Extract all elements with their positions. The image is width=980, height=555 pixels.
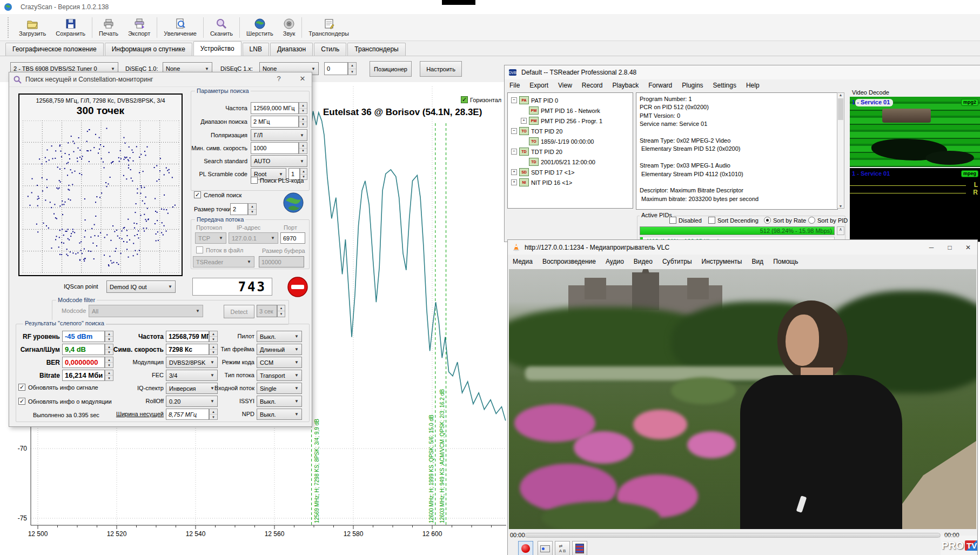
pid-list-scroll-up[interactable]: ∧ [837,226,844,235]
vlc-menu-2[interactable]: Аудио [601,258,629,265]
tree-item-0[interactable]: −PAPAT PID 0 [509,95,632,105]
update-signal-info-checkbox[interactable]: ✓ [18,384,25,391]
seek-slider[interactable] [525,533,941,538]
tree-item-1[interactable]: PMPMT PID 16 - Network [509,105,632,116]
tree-item-3[interactable]: −TOTOT PID 20 [509,126,632,136]
tree-item-7[interactable]: +SDSDT PID 17 <1> [509,167,632,177]
param-input-0[interactable]: 12569,000 МГц [251,102,299,114]
sort-descending-checkbox-row[interactable]: Sort Decending [708,217,759,224]
disabled-checkbox-row[interactable]: Disabled [669,217,702,224]
dialog-close-button[interactable]: ✕ [296,75,310,83]
detect-button[interactable]: Detect [224,305,254,318]
param-select-4[interactable]: AUTO▼ [251,155,307,167]
result3-select-6[interactable]: Выкл.▼ [257,409,302,420]
dialog-titlebar[interactable]: Поиск несущей и Constellation-мониторинг… [9,72,312,87]
vlc-menu-6[interactable]: Вид [747,258,768,265]
result1-value-2[interactable]: 0,0000000 [62,357,105,368]
vlc-titlebar[interactable]: http://127.0.0.1:1234 - Медиапроигрывате… [508,240,977,255]
info-scrollbar[interactable]: ▲ ▼ [837,92,844,209]
update-modulation-info-row[interactable]: ✓ Обновлять инфо о модуляции [18,398,112,405]
tsreader-menu-export[interactable]: Export [525,82,553,89]
result3-select-3[interactable]: Transport▼ [257,370,302,381]
video2-service-overlay: 1 - Service 01 [852,170,890,177]
result3-select-2[interactable]: CCM▼ [257,357,302,368]
param-stepper-1[interactable]: ▲▼ [299,116,307,128]
vlc-menu-1[interactable]: Воспроизведение [538,258,601,265]
sort-by-rate-radio-row[interactable]: Sort by Rate [764,217,806,224]
snapshot-button[interactable] [538,541,553,555]
pls-search-checkbox-row[interactable]: Поиск PLS-кода [251,177,304,184]
tree-item-8[interactable]: +NINIT PID 16 <1> [509,177,632,188]
sort-by-pid-radio[interactable] [808,217,815,224]
loop-ab-button[interactable]: ⇄A B [555,541,570,555]
tree-item-5[interactable]: −TDTDT PID 20 [509,146,632,157]
pls-search-checkbox[interactable] [251,177,258,184]
tsreader-menu-record[interactable]: Record [577,82,608,89]
tsreader-menu-settings[interactable]: Settings [708,82,741,89]
maximize-button[interactable]: □ [941,241,959,254]
result1-value-0[interactable]: -45 dBm [62,331,105,342]
update-signal-info-row[interactable]: ✓ Обновлять инфо сигнале [18,384,98,391]
record-button[interactable] [518,541,533,555]
tree-expander-minus-icon[interactable]: − [511,128,517,134]
param-stepper-0[interactable]: ▲▼ [299,102,307,114]
tree-expander-plus-icon[interactable]: + [511,169,517,175]
tree-expander-minus-icon[interactable]: − [511,149,517,155]
tree-item-6[interactable]: TD2001/05/21 12:00:00 [509,157,632,167]
iqscan-select[interactable]: Demod IQ out▼ [106,280,176,293]
tsreader-menu-playback[interactable]: Playback [608,82,644,89]
vlc-menu-4[interactable]: Субтитры [657,258,697,265]
building-wing-right [687,278,709,299]
tree-expander-minus-icon[interactable]: − [511,97,517,103]
tsreader-menu-plugins[interactable]: Plugins [677,82,708,89]
vlc-menu-7[interactable]: Помощь [768,258,803,265]
tree-expander-plus-icon[interactable]: + [511,179,517,185]
result3-select-0[interactable]: Выкл.▼ [257,331,302,342]
detect-interval-input: 3 сек [257,305,277,317]
port-input[interactable]: 6970 [280,232,305,244]
param-input-1[interactable]: 2 МГц [251,116,299,128]
param-stepper-3[interactable]: ▲▼ [299,142,307,154]
vlc-menu-3[interactable]: Видео [629,258,657,265]
vlc-video-frame[interactable] [509,269,976,529]
tsreader-menu-help[interactable]: Help [741,82,764,89]
param-label-0: Частота [191,105,247,111]
vlc-menu-5[interactable]: Инструменты [697,258,747,265]
frame-by-frame-button[interactable] [572,541,587,555]
tsreader-menu-view[interactable]: View [553,82,577,89]
stop-icon[interactable] [287,276,308,298]
result3-label-5: ISSYI [200,398,254,404]
update-modulation-info-checkbox[interactable]: ✓ [18,398,25,405]
tree-expander-plus-icon[interactable]: + [521,118,527,124]
minimize-button[interactable]: ─ [922,241,941,254]
video1-figure-glitch [882,109,931,123]
tree-item-4[interactable]: TO1859/-1/19 00:00:00 [509,136,632,146]
detect-interval-stepper[interactable]: ▲▼ [277,305,285,317]
disabled-checkbox[interactable] [669,217,676,224]
result1-value-1[interactable]: 9,4 dB [62,344,105,355]
result1-value-3[interactable]: 16,214 Мби [62,370,105,381]
param-select-2[interactable]: Г/Л▼ [251,129,307,141]
legend-checkbox[interactable]: ✓ [461,96,468,103]
tsreader-menu-forward[interactable]: Forward [643,82,677,89]
constellation-panel: 12568,759 МГц, Г/Л, 7298 Кс, DVBS2/8PSK,… [18,93,183,276]
dot-size-stepper[interactable]: ▲▼ [248,203,257,215]
param-input-3[interactable]: 1000 [251,142,299,154]
close-button[interactable]: ✕ [959,241,977,254]
vlc-menu-0[interactable]: Медиа [508,258,538,265]
blind-search-checkbox[interactable]: ✓ [194,191,201,198]
sort-by-pid-radio-row[interactable]: Sort by PID [808,217,848,224]
tree-item-2[interactable]: +PMPMT PID 256 - Progr. 1 [509,116,632,126]
dialog-help-button[interactable]: ? [272,75,286,83]
result3-select-5[interactable]: Выкл.▼ [257,396,302,407]
sort-by-rate-radio[interactable] [764,217,771,224]
result3-select-4[interactable]: Single▼ [257,383,302,394]
pid-tree[interactable]: −PAPAT PID 0PMPMT PID 16 - Network+PMPMT… [507,92,633,209]
result3-select-1[interactable]: Длинный▼ [257,344,302,355]
scrollbar-thumb[interactable] [838,98,843,120]
dot-size-input[interactable]: 2 [230,203,248,215]
sort-descending-checkbox[interactable] [708,217,715,224]
tsreader-titlebar[interactable]: DVB Default -- TSReader Professional 2.8… [505,65,980,79]
tsreader-menu-file[interactable]: File [505,82,525,89]
blind-search-checkbox-row[interactable]: ✓ Слепой поиск [194,191,241,198]
